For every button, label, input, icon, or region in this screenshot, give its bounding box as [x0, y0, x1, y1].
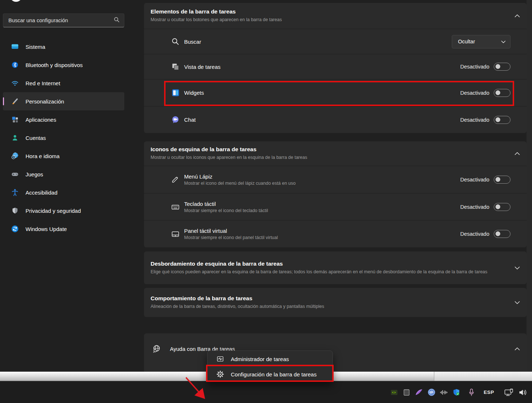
- touch-keyboard-icon: [171, 203, 180, 211]
- system-tray: qb ESP: [390, 382, 528, 403]
- chevron-down-icon: [501, 39, 506, 44]
- row-label: Menú Lápiz: [184, 173, 296, 180]
- cast-display-icon[interactable]: [504, 388, 514, 396]
- row-vista-de-tareas: Vista de tareas Desactivado: [144, 54, 527, 79]
- menu-item-configuracion-barra-tareas[interactable]: Configuración de la barra de tareas: [207, 367, 333, 382]
- sidebar-item-label: Juegos: [26, 171, 43, 177]
- security-shield-icon[interactable]: [452, 388, 460, 396]
- row-label: Vista de tareas: [184, 64, 221, 70]
- widgets-toggle[interactable]: [494, 89, 510, 97]
- waveform-icon[interactable]: [440, 388, 448, 396]
- menu-item-label: Administrador de tareas: [231, 356, 289, 362]
- sidebar-item-label: Personalización: [26, 98, 64, 105]
- sidebar-item-label: Windows Update: [26, 226, 67, 232]
- apps-icon: [11, 116, 19, 124]
- gaming-icon: [11, 170, 19, 178]
- toggle-state-label: Desactivado: [460, 231, 489, 237]
- system-icon: [11, 43, 19, 51]
- vista-de-tareas-toggle[interactable]: [494, 63, 510, 71]
- row-label: Chat: [184, 117, 196, 123]
- sidebar-item-windows-update[interactable]: Windows Update: [3, 220, 124, 238]
- row-chat: Chat Desactivado: [144, 106, 527, 133]
- gear-icon: [216, 370, 224, 378]
- sidebar-item-aplicaciones[interactable]: Aplicaciones: [3, 110, 124, 129]
- magnifier-icon: [114, 17, 120, 24]
- language-indicator[interactable]: ESP: [484, 390, 494, 395]
- task-view-icon: [171, 62, 180, 71]
- menu-lapiz-toggle[interactable]: [494, 176, 510, 184]
- search-icon: [171, 37, 180, 46]
- nvidia-icon[interactable]: [390, 388, 398, 396]
- row-label: Panel táctil virtual: [184, 228, 278, 234]
- menu-item-administrador-de-tareas[interactable]: Administrador de tareas: [207, 351, 333, 367]
- panel-tactil-toggle[interactable]: [494, 230, 510, 238]
- personalization-icon: [11, 97, 19, 105]
- teclado-tactil-toggle[interactable]: [494, 203, 510, 211]
- qbittorrent-icon[interactable]: qb: [427, 388, 435, 396]
- sidebar-item-personalizacion[interactable]: Personalización: [3, 92, 124, 110]
- feather-icon[interactable]: [415, 388, 423, 396]
- windows-settings-screen: Sistema Bluetooth y dispositivos Red e I…: [0, 0, 532, 403]
- row-buscar: Buscar Ocultar: [144, 29, 527, 54]
- section-taskbar-items: Elementos de la barra de tareas Mostrar …: [144, 3, 527, 133]
- sidebar-item-label: Accesibilidad: [26, 189, 58, 196]
- row-sublabel: Mostrar siempre el icono del panel tácti…: [184, 235, 278, 240]
- windows-update-icon: [11, 225, 19, 233]
- chat-toggle[interactable]: [494, 116, 510, 124]
- web-help-icon: [152, 344, 161, 353]
- row-label: Widgets: [184, 90, 204, 96]
- chevron-up-icon[interactable]: [514, 152, 520, 155]
- time-language-icon: [11, 152, 19, 160]
- section-subtitle: Elige qué iconos pueden aparecer en la e…: [151, 269, 488, 275]
- toggle-state-label: Desactivado: [460, 177, 489, 183]
- sidebar-item-bluetooth[interactable]: Bluetooth y dispositivos: [3, 56, 124, 74]
- sidebar-item-label: Bluetooth y dispositivos: [26, 62, 83, 68]
- sidebar-item-cuentas[interactable]: Cuentas: [3, 129, 124, 147]
- qb-label: qb: [427, 388, 435, 396]
- section-title: Elementos de la barra de tareas: [151, 8, 282, 15]
- sidebar-item-red-internet[interactable]: Red e Internet: [3, 74, 124, 92]
- sidebar-item-label: Sistema: [26, 44, 45, 50]
- section-subtitle: Mostrar u ocultar los iconos que aparece…: [151, 154, 307, 161]
- toggle-state-label: Desactivado: [460, 204, 489, 210]
- toggle-state-label: Desactivado: [460, 64, 489, 70]
- sidebar-item-label: Hora e idioma: [26, 153, 59, 159]
- expander-header-corner-icons[interactable]: Iconos de esquina de la barra de tareas …: [144, 141, 527, 166]
- task-manager-icon: [216, 355, 224, 363]
- expander-header-taskbar-items[interactable]: Elementos de la barra de tareas Mostrar …: [144, 3, 527, 29]
- sidebar-item-sistema[interactable]: Sistema: [3, 38, 124, 56]
- section-help: Ayuda con Barra de tareas: [144, 333, 527, 372]
- settings-search-box[interactable]: [3, 13, 124, 27]
- virtual-touchpad-icon: [171, 230, 180, 238]
- sidebar-item-accesibilidad[interactable]: Accesibilidad: [3, 183, 124, 202]
- section-title: Comportamiento de la barra de tareas: [151, 295, 324, 302]
- desktop-taskbar: qb ESP: [0, 382, 532, 403]
- scrollbar-track[interactable]: [527, 0, 532, 372]
- chevron-down-icon[interactable]: [514, 301, 520, 304]
- section-corner-icons: Iconos de esquina de la barra de tareas …: [144, 141, 527, 247]
- grid-icon[interactable]: [403, 388, 411, 396]
- row-panel-tactil: Panel táctil virtual Mostrar siempre el …: [144, 220, 527, 247]
- expander-header-behavior[interactable]: Comportamiento de la barra de tareas Ali…: [144, 288, 527, 317]
- dropdown-value: Ocultar: [458, 39, 475, 44]
- search-input[interactable]: [8, 17, 114, 23]
- chevron-up-icon[interactable]: [514, 14, 520, 17]
- buscar-dropdown[interactable]: Ocultar: [452, 35, 510, 48]
- sidebar-item-hora-idioma[interactable]: Hora e idioma: [3, 147, 124, 165]
- row-sublabel: Mostrar siempre el icono del teclado tác…: [184, 208, 268, 213]
- expander-header-help[interactable]: Ayuda con Barra de tareas: [144, 333, 527, 364]
- microphone-icon[interactable]: [467, 388, 475, 396]
- chevron-down-icon[interactable]: [514, 266, 520, 270]
- sidebar-item-label: Privacidad y seguridad: [26, 208, 81, 214]
- expander-header-corner-overflow[interactable]: Desbordamiento de esquina de la barra de…: [144, 251, 527, 284]
- sidebar-item-privacidad[interactable]: Privacidad y seguridad: [3, 202, 124, 220]
- sidebar-nav: Sistema Bluetooth y dispositivos Red e I…: [3, 38, 124, 238]
- window-bottom-strip-segment: [434, 372, 532, 381]
- chevron-up-icon[interactable]: [514, 347, 520, 351]
- sidebar-item-juegos[interactable]: Juegos: [3, 165, 124, 183]
- pen-icon: [171, 175, 180, 184]
- speaker-icon[interactable]: [518, 388, 528, 396]
- bluetooth-icon: [11, 61, 19, 69]
- avatar[interactable]: [10, 0, 22, 2]
- section-title: Iconos de esquina de la barra de tareas: [151, 146, 307, 153]
